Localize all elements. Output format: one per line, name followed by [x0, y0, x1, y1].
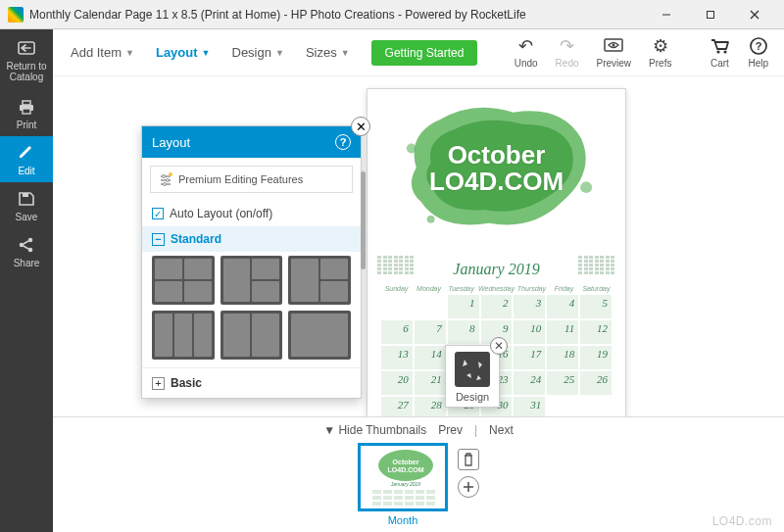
svg-text:LO4D.COM: LO4D.COM [388, 466, 424, 473]
maximize-button[interactable] [688, 0, 732, 29]
standard-section-header[interactable]: − Standard [142, 226, 361, 252]
svg-rect-51 [426, 502, 435, 506]
layout-dropdown[interactable]: Layout ▼ [146, 39, 220, 66]
sizes-dropdown[interactable]: Sizes ▼ [296, 39, 360, 66]
collapse-icon: − [152, 233, 165, 246]
sliders-icon [159, 172, 172, 186]
calendar-day-cell: 5 [580, 295, 612, 318]
day-of-week-label: Thursday [516, 285, 547, 292]
preview-button[interactable]: Preview [589, 34, 640, 71]
cart-icon [709, 36, 730, 56]
cart-button[interactable]: Cart [701, 34, 738, 71]
page-thumbnail[interactable]: October LO4D.COM January 2019 Month [358, 443, 448, 526]
calendar-day-cell: 8 [448, 320, 479, 344]
svg-rect-35 [383, 490, 392, 494]
thumbnail-controls: ▼ Hide Thumbnails Prev | Next [53, 417, 784, 441]
window-controls [644, 0, 776, 29]
delete-page-button[interactable] [458, 449, 479, 470]
scrollbar[interactable] [361, 171, 366, 269]
sidebar-item-share[interactable]: Share [0, 228, 53, 274]
work-area: October LO4D.COM January 2019 SundayMond… [53, 76, 784, 416]
svg-rect-45 [426, 496, 435, 500]
calendar-day-cell: 25 [547, 371, 578, 395]
layout-thumb[interactable] [220, 311, 283, 360]
help-button[interactable]: ? Help [740, 34, 776, 71]
layout-thumb[interactable] [152, 256, 215, 305]
chevron-down-icon: ▼ [125, 48, 134, 58]
layout-panel-header: Layout ? [142, 126, 361, 158]
svg-text:January 2019: January 2019 [390, 481, 421, 487]
next-page-button[interactable]: Next [489, 423, 514, 437]
printer-icon [16, 98, 37, 116]
design-icon[interactable] [455, 352, 490, 387]
calendar-day-cell: 31 [514, 397, 545, 416]
calendar-day-cell: 20 [381, 371, 413, 395]
prev-page-button[interactable]: Prev [438, 423, 463, 437]
calendar-day-cell: 14 [415, 346, 446, 369]
getting-started-button[interactable]: Getting Started [371, 40, 478, 66]
share-icon [16, 236, 37, 254]
expand-icon: + [152, 377, 165, 390]
sidebar-item-label: Edit [18, 166, 34, 176]
checkbox-checked-icon: ✓ [152, 208, 164, 219]
day-of-week-label: Monday [414, 285, 444, 292]
preview-icon [603, 36, 624, 56]
layout-thumb[interactable] [288, 256, 351, 305]
redo-icon: ↷ [560, 36, 574, 56]
svg-rect-38 [416, 490, 424, 494]
thumbnail-bar: ▼ Hide Thumbnails Prev | Next October LO… [53, 416, 784, 532]
svg-point-17 [724, 50, 727, 53]
sidebar-item-edit[interactable]: Edit [0, 136, 53, 182]
svg-rect-50 [416, 502, 424, 506]
premium-editing-button[interactable]: Premium Editing Features [150, 166, 353, 193]
auto-layout-toggle[interactable]: ✓ Auto Layout (on/off) [142, 201, 361, 226]
svg-point-28 [164, 183, 167, 186]
minimize-button[interactable] [644, 0, 688, 29]
day-of-week-label: Tuesday [446, 285, 476, 292]
svg-rect-46 [372, 502, 381, 506]
prefs-button[interactable]: ⚙ Prefs [641, 34, 679, 71]
design-dropdown[interactable]: Design ▼ [222, 39, 294, 66]
calendar-day-cell: 3 [514, 295, 545, 318]
svg-point-16 [717, 50, 720, 53]
svg-rect-37 [405, 490, 414, 494]
calendar-day-cell: 11 [547, 320, 578, 344]
svg-point-15 [612, 44, 615, 47]
calendar-day-cell: 6 [381, 320, 413, 344]
calendar-day-cell: 19 [580, 346, 612, 369]
title-bar: Monthly Calendar Page 11 x 8.5 (Print at… [0, 0, 784, 29]
day-of-week-label: Saturday [581, 285, 612, 292]
sidebar: Return to Catalog Print Edit Save Share [0, 29, 53, 532]
svg-point-26 [163, 175, 166, 178]
close-icon[interactable]: ✕ [351, 117, 370, 136]
calendar-day-cell: 21 [415, 371, 446, 395]
sidebar-item-save[interactable]: Save [0, 182, 53, 228]
close-icon[interactable]: ✕ [490, 337, 508, 355]
chevron-down-icon: ▼ [341, 48, 350, 58]
hide-thumbnails-toggle[interactable]: ▼ Hide Thumbnails [323, 423, 426, 437]
layout-thumb[interactable] [220, 256, 283, 305]
close-button[interactable] [732, 0, 776, 29]
help-icon[interactable]: ? [335, 134, 351, 150]
calendar-day-cell: 12 [580, 320, 612, 344]
calendar-day-cell [415, 295, 446, 318]
add-item-dropdown[interactable]: Add Item ▼ [61, 39, 144, 66]
save-icon [16, 190, 37, 208]
sidebar-item-print[interactable]: Print [0, 90, 53, 136]
redo-button[interactable]: ↷ Redo [548, 34, 587, 71]
basic-section-header[interactable]: + Basic [142, 367, 361, 398]
svg-point-21 [580, 181, 592, 193]
layout-thumb[interactable] [152, 311, 215, 360]
svg-point-22 [427, 216, 435, 223]
add-page-button[interactable] [458, 476, 479, 498]
svg-rect-34 [372, 490, 381, 494]
layout-thumb[interactable] [288, 311, 351, 360]
splash-text: October LO4D.COM [429, 142, 564, 196]
calendar-day-cell: 18 [547, 346, 578, 369]
sidebar-item-catalog[interactable]: Return to Catalog [0, 29, 53, 90]
sidebar-item-label: Save [16, 212, 38, 222]
sidebar-item-label: Return to Catalog [6, 61, 46, 82]
calendar-day-cell: 4 [547, 295, 578, 318]
calendar-day-cell: 24 [514, 371, 545, 395]
undo-button[interactable]: ↶ Undo [507, 34, 546, 71]
